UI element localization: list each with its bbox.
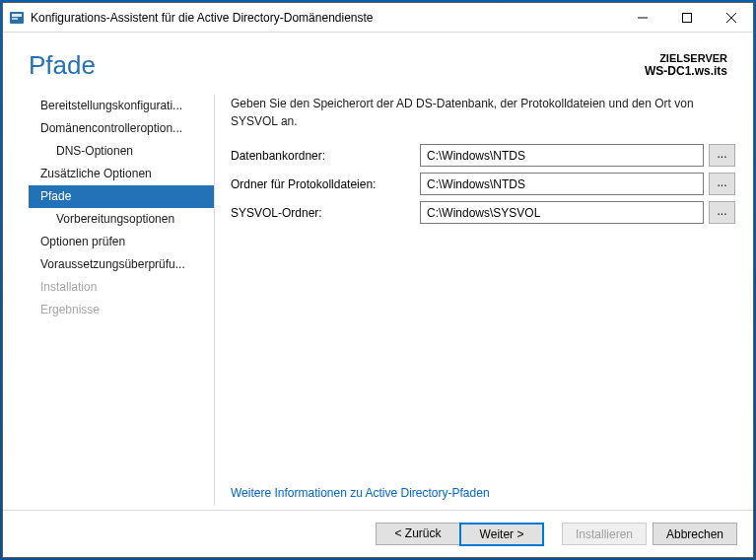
label-log-folder: Ordner für Protokolldateien:	[231, 177, 420, 191]
page-title: Pfade	[29, 50, 645, 81]
target-server-label: ZIELSERVER	[645, 52, 727, 64]
svg-rect-1	[12, 14, 22, 17]
titlebar: Konfigurations-Assistent für die Active …	[3, 3, 753, 33]
step-prereq-check[interactable]: Voraussetzungsüberprüfu...	[29, 253, 214, 276]
svg-rect-4	[682, 13, 691, 22]
maximize-button[interactable]	[664, 3, 709, 32]
app-icon	[9, 10, 25, 26]
step-preparation-options[interactable]: Vorbereitungsoptionen	[29, 208, 214, 231]
step-paths[interactable]: Pfade	[29, 185, 214, 208]
page-description: Geben Sie den Speicherort der AD DS-Date…	[231, 95, 735, 130]
step-dns-options[interactable]: DNS-Optionen	[29, 140, 214, 163]
step-additional-options[interactable]: Zusätzliche Optionen	[29, 163, 214, 185]
page-header: Pfade ZIELSERVER WS-DC1.ws.its	[3, 33, 753, 91]
close-button[interactable]	[709, 3, 753, 32]
input-sysvol-folder[interactable]	[420, 201, 704, 224]
more-info-link[interactable]: Weitere Informationen zu Active Director…	[231, 486, 735, 500]
step-results: Ergebnisse	[29, 299, 214, 321]
window-title: Konfigurations-Assistent für die Active …	[31, 11, 620, 25]
input-log-folder[interactable]	[420, 173, 704, 195]
row-log-folder: Ordner für Protokolldateien: ...	[231, 173, 735, 195]
browse-log-folder[interactable]: ...	[709, 173, 735, 195]
step-deployment-config[interactable]: Bereitstellungskonfigurati...	[29, 95, 214, 117]
browse-sysvol-folder[interactable]: ...	[709, 201, 735, 224]
wizard-footer: < Zurück Weiter > Installieren Abbrechen	[3, 510, 753, 557]
wizard-steps-sidebar: Bereitstellungskonfigurati... Domänencon…	[3, 91, 214, 510]
install-button: Installieren	[562, 523, 647, 545]
step-installation: Installation	[29, 276, 214, 299]
row-database-folder: Datenbankordner: ...	[231, 144, 735, 167]
wizard-window: Konfigurations-Assistent für die Active …	[2, 2, 754, 558]
step-dc-options[interactable]: Domänencontrolleroption...	[29, 117, 214, 140]
input-database-folder[interactable]	[420, 144, 704, 167]
target-server-name: WS-DC1.ws.its	[645, 64, 727, 78]
row-sysvol-folder: SYSVOL-Ordner: ...	[231, 201, 735, 224]
cancel-button[interactable]: Abbrechen	[653, 523, 737, 545]
label-sysvol-folder: SYSVOL-Ordner:	[231, 206, 420, 220]
label-database-folder: Datenbankordner:	[231, 149, 420, 163]
main-panel: Geben Sie den Speicherort der AD DS-Date…	[215, 91, 753, 510]
minimize-button[interactable]	[620, 3, 664, 32]
back-button[interactable]: < Zurück	[376, 523, 460, 545]
next-button[interactable]: Weiter >	[459, 523, 544, 546]
step-review-options[interactable]: Optionen prüfen	[29, 231, 214, 253]
svg-rect-2	[12, 18, 18, 20]
browse-database-folder[interactable]: ...	[709, 144, 735, 167]
target-server-block: ZIELSERVER WS-DC1.ws.its	[645, 52, 727, 78]
